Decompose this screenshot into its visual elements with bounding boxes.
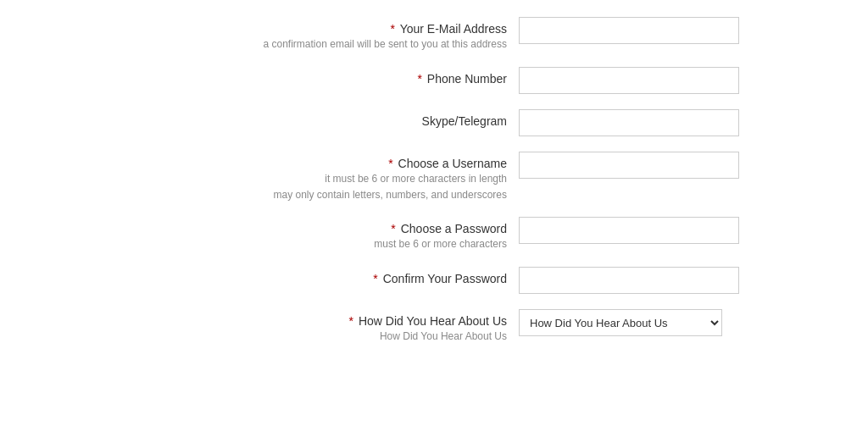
skype-label-text: Skype/Telegram bbox=[422, 114, 507, 128]
how-hear-label-col: * How Did You Hear About Us How Did You … bbox=[171, 309, 519, 344]
phone-row: * Phone Number bbox=[171, 67, 697, 94]
confirm-password-input-col bbox=[519, 267, 739, 294]
password-label: * Choose a Password bbox=[171, 222, 507, 235]
email-required-star: * bbox=[391, 22, 395, 36]
skype-label: Skype/Telegram bbox=[171, 114, 507, 128]
email-label: * Your E-Mail Address bbox=[171, 22, 507, 36]
username-label-text: Choose a Username bbox=[398, 157, 507, 170]
skype-row: Skype/Telegram bbox=[171, 109, 697, 136]
confirm-password-label: * Confirm Your Password bbox=[171, 272, 507, 285]
how-hear-input-col: How Did You Hear About Us Google Faceboo… bbox=[519, 309, 722, 336]
email-label-text: Your E-Mail Address bbox=[400, 22, 507, 36]
phone-input[interactable] bbox=[519, 67, 739, 94]
registration-form: * Your E-Mail Address a confirmation ema… bbox=[137, 0, 731, 376]
how-hear-row: * How Did You Hear About Us How Did You … bbox=[171, 309, 697, 344]
phone-input-col bbox=[519, 67, 739, 94]
username-input[interactable] bbox=[519, 152, 739, 179]
username-hint-2: may only contain letters, numbers, and u… bbox=[171, 188, 507, 202]
password-input-col bbox=[519, 217, 739, 244]
password-label-col: * Choose a Password must be 6 or more ch… bbox=[171, 217, 519, 252]
phone-label-col: * Phone Number bbox=[171, 67, 519, 86]
confirm-password-input[interactable] bbox=[519, 267, 739, 294]
confirm-password-required-star: * bbox=[373, 272, 377, 285]
username-input-col bbox=[519, 152, 739, 179]
email-hint: a confirmation email will be sent to you… bbox=[171, 37, 507, 52]
email-input-col bbox=[519, 17, 739, 44]
phone-label: * Phone Number bbox=[171, 72, 507, 86]
confirm-password-row: * Confirm Your Password bbox=[171, 267, 697, 294]
password-hint: must be 6 or more characters bbox=[171, 237, 507, 252]
how-hear-hint: How Did You Hear About Us bbox=[171, 329, 507, 344]
email-input[interactable] bbox=[519, 17, 739, 44]
password-row: * Choose a Password must be 6 or more ch… bbox=[171, 217, 697, 252]
username-label-col: * Choose a Username it must be 6 or more… bbox=[171, 152, 519, 202]
username-label: * Choose a Username bbox=[171, 157, 507, 170]
skype-input-col bbox=[519, 109, 739, 136]
phone-label-text: Phone Number bbox=[427, 72, 507, 86]
confirm-password-label-text: Confirm Your Password bbox=[383, 272, 507, 285]
how-hear-label: * How Did You Hear About Us bbox=[171, 314, 507, 328]
username-row: * Choose a Username it must be 6 or more… bbox=[171, 152, 697, 202]
skype-label-col: Skype/Telegram bbox=[171, 109, 519, 128]
password-label-text: Choose a Password bbox=[401, 222, 507, 235]
username-required-star: * bbox=[388, 157, 392, 170]
skype-input[interactable] bbox=[519, 109, 739, 136]
password-input[interactable] bbox=[519, 217, 739, 244]
confirm-password-label-col: * Confirm Your Password bbox=[171, 267, 519, 285]
how-hear-required-star: * bbox=[349, 314, 353, 328]
username-hint-1: it must be 6 or more characters in lengt… bbox=[171, 172, 507, 186]
phone-required-star: * bbox=[417, 72, 421, 86]
how-hear-label-text: How Did You Hear About Us bbox=[359, 314, 507, 328]
password-required-star: * bbox=[391, 222, 395, 235]
email-label-col: * Your E-Mail Address a confirmation ema… bbox=[171, 17, 519, 52]
how-hear-select[interactable]: How Did You Hear About Us Google Faceboo… bbox=[519, 309, 722, 336]
email-row: * Your E-Mail Address a confirmation ema… bbox=[171, 17, 697, 52]
